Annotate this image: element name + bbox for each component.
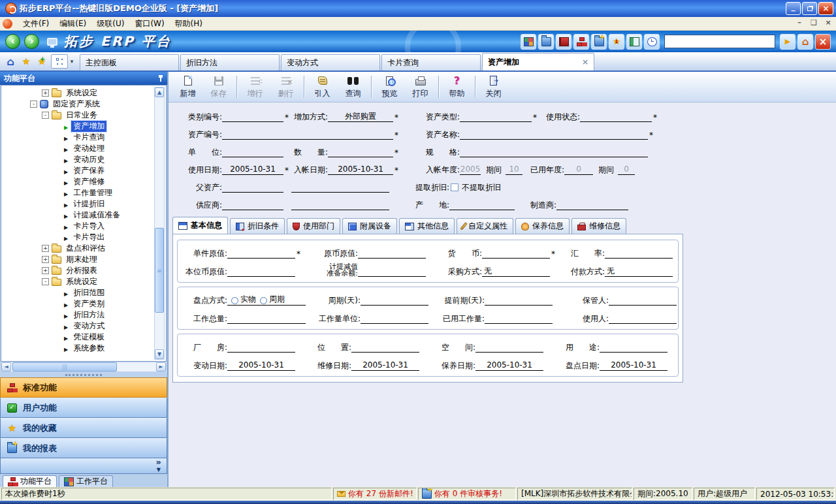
scroll-up-icon[interactable]: ▲ bbox=[155, 87, 164, 97]
tree-item[interactable]: - 固定资产系统 bbox=[1, 99, 166, 110]
tab-list-dropdown[interactable]: ▾ bbox=[68, 54, 76, 69]
tree-item[interactable]: 资产类别 bbox=[1, 298, 166, 309]
book-year-input[interactable]: 2005 bbox=[460, 164, 481, 175]
sidebar-panel-button[interactable]: 我的收藏 bbox=[0, 418, 167, 438]
quick-launch-button[interactable] bbox=[556, 34, 571, 50]
sidebar-panel-button[interactable]: 我的报表 bbox=[0, 438, 167, 458]
quantity-input[interactable] bbox=[328, 146, 393, 157]
asset-name-input[interactable] bbox=[460, 129, 648, 140]
no-depreciation-checkbox[interactable] bbox=[451, 183, 458, 191]
tree-item[interactable]: 计提减值准备 bbox=[1, 210, 166, 221]
nav-tab[interactable]: 变动方式× bbox=[281, 54, 380, 71]
manufacturer-input[interactable] bbox=[556, 199, 628, 210]
menu-item[interactable]: 文件(F) bbox=[18, 18, 54, 29]
tree-item[interactable]: - 系统设定 bbox=[1, 276, 166, 287]
tree-toggle-icon[interactable]: - bbox=[30, 101, 37, 108]
panel-overflow-bar[interactable]: »▼ bbox=[0, 458, 167, 474]
menu-item[interactable]: 窗口(W) bbox=[129, 18, 169, 29]
space-input[interactable] bbox=[475, 342, 543, 353]
favorite-add-button[interactable] bbox=[34, 54, 50, 69]
scroll-left-icon[interactable]: ◄ bbox=[1, 362, 11, 371]
tree-item[interactable]: 变动历史 bbox=[1, 154, 166, 165]
detail-tab[interactable]: 附属设备 bbox=[342, 218, 397, 234]
restore-button[interactable] bbox=[802, 2, 817, 15]
sidebar-bottom-tab[interactable]: 功能平台 bbox=[3, 475, 57, 487]
tree-item[interactable]: + 期末处理 bbox=[1, 254, 166, 265]
check-date-input[interactable]: 2005-10-31 bbox=[600, 360, 667, 371]
keeper-input[interactable] bbox=[609, 295, 677, 306]
mdi-close-button[interactable]: × bbox=[823, 19, 833, 28]
class-code-input[interactable] bbox=[222, 111, 283, 122]
tree-toggle-icon[interactable]: + bbox=[42, 256, 49, 263]
tree-toggle-icon[interactable]: - bbox=[42, 278, 49, 285]
rate-input[interactable] bbox=[605, 248, 673, 259]
impairment-input[interactable] bbox=[358, 266, 426, 277]
supplier-input[interactable] bbox=[222, 199, 283, 210]
status-mail[interactable]: 你有 27 份新邮件! bbox=[333, 488, 417, 500]
tree-item[interactable]: 资产保养 bbox=[1, 165, 166, 176]
tree-item[interactable]: 卡片导入 bbox=[1, 221, 166, 232]
menu-item[interactable]: 级联(U) bbox=[91, 18, 129, 29]
work-unit-input[interactable] bbox=[361, 313, 428, 324]
tree-item[interactable]: + 系统设定 bbox=[1, 87, 166, 99]
panel-splitter[interactable] bbox=[0, 372, 167, 377]
favorite-button[interactable] bbox=[18, 54, 34, 69]
menu-item[interactable]: 帮助(H) bbox=[170, 18, 208, 29]
toolbar-button[interactable]: 删行 bbox=[270, 73, 301, 101]
change-date-input[interactable]: 2005-10-31 bbox=[227, 360, 295, 371]
detail-tab[interactable]: 使用部门 bbox=[287, 218, 340, 234]
base-value-input[interactable] bbox=[227, 266, 295, 277]
quick-launch-button[interactable] bbox=[609, 34, 624, 50]
spec-input[interactable] bbox=[460, 146, 648, 157]
tree-item[interactable]: 计提折旧 bbox=[1, 198, 166, 210]
tree-item[interactable]: 折旧范围 bbox=[1, 287, 166, 298]
scrollbar-thumb[interactable]: ||| bbox=[12, 362, 117, 371]
quick-launch-button[interactable] bbox=[626, 34, 642, 50]
toolbar-button[interactable]: 查询 bbox=[338, 73, 368, 101]
nav-tab[interactable]: 主控面板× bbox=[80, 54, 179, 71]
sidebar-panel-button[interactable]: 用户功能 bbox=[0, 398, 167, 418]
parent-asset-input[interactable] bbox=[222, 181, 283, 193]
cycle-days-input[interactable] bbox=[361, 295, 428, 306]
lead-days-input[interactable] bbox=[485, 295, 553, 306]
quick-launch-button[interactable] bbox=[591, 34, 607, 50]
tree-vertical-scrollbar[interactable]: ▲ ≡ ▼ bbox=[154, 87, 165, 360]
detail-tab[interactable]: 保养信息 bbox=[515, 218, 570, 234]
quick-search-input[interactable] bbox=[664, 35, 775, 48]
minimize-button[interactable]: _ bbox=[786, 2, 801, 15]
toolbar-button[interactable]: 预览 bbox=[374, 73, 405, 101]
toolbar-button[interactable]: 保存 bbox=[203, 73, 234, 101]
maintain-date-input[interactable]: 2005-10-31 bbox=[475, 360, 543, 371]
tab-close-icon[interactable]: × bbox=[582, 57, 588, 67]
status-audit[interactable]: 你有 0 件审核事务! bbox=[418, 488, 516, 500]
quick-launch-button[interactable] bbox=[644, 34, 660, 50]
parent-asset-name-input[interactable] bbox=[291, 181, 389, 193]
currency-input[interactable] bbox=[482, 248, 550, 259]
tree-item[interactable]: 卡片导出 bbox=[1, 232, 166, 243]
user-input[interactable] bbox=[609, 313, 677, 324]
sidebar-bottom-tab[interactable]: 工作平台 bbox=[59, 475, 113, 487]
toolbar-button[interactable]: 引入 bbox=[307, 73, 338, 101]
tree-horizontal-scrollbar[interactable]: ◄ ||| ► bbox=[1, 362, 167, 372]
used-year-input[interactable]: 0 bbox=[564, 164, 593, 175]
forward-button[interactable]: › bbox=[24, 34, 39, 49]
detail-tab[interactable]: 维修信息 bbox=[571, 218, 626, 234]
asset-type-input[interactable] bbox=[460, 111, 532, 122]
chevron-icon[interactable]: »▼ bbox=[156, 458, 161, 474]
nav-tab[interactable]: 折旧方法× bbox=[180, 54, 280, 71]
pin-icon[interactable] bbox=[158, 75, 163, 82]
tree-item[interactable]: 变动方式 bbox=[1, 321, 166, 332]
quick-launch-button[interactable] bbox=[521, 34, 536, 50]
toolbar-button[interactable]: 关闭 bbox=[478, 73, 509, 101]
toolbar-button[interactable]: 增行 bbox=[240, 73, 270, 101]
nav-tab[interactable]: 卡片查询× bbox=[381, 54, 481, 71]
mdi-minimize-button[interactable]: – bbox=[794, 19, 805, 28]
asset-code-input[interactable] bbox=[222, 129, 393, 140]
pay-mode-input[interactable]: 无 bbox=[605, 266, 673, 277]
use-status-input[interactable] bbox=[580, 111, 652, 122]
quick-launch-button[interactable] bbox=[538, 34, 554, 50]
home-exit-icon[interactable] bbox=[797, 34, 813, 50]
detail-tab[interactable]: 基本信息 bbox=[172, 217, 228, 234]
tree-item[interactable]: 系统参数 bbox=[1, 343, 166, 354]
orig-value-input[interactable] bbox=[358, 248, 426, 259]
